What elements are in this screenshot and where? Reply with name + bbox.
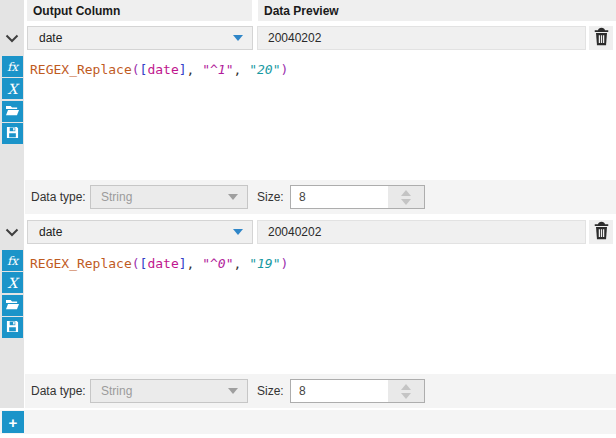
trash-icon xyxy=(593,221,610,243)
size-spinner xyxy=(388,186,424,208)
data-type-dropdown[interactable]: String xyxy=(90,379,248,403)
trash-icon xyxy=(593,27,610,49)
replacement-string: "20" xyxy=(249,62,280,77)
open-folder-icon xyxy=(5,104,20,120)
chevron-down-icon xyxy=(228,388,238,394)
data-type-value: String xyxy=(101,384,132,398)
output-column-dropdown[interactable]: date xyxy=(27,220,253,244)
data-preview-header-label: Data Preview xyxy=(264,4,339,18)
formula-configuration-panel: Output Column Data Preview date 20040202… xyxy=(0,0,616,438)
plus-icon: + xyxy=(9,414,18,431)
open-expression-button[interactable] xyxy=(2,295,23,316)
expression-editor[interactable]: REGEX_Replace([date], "^0", "19") xyxy=(30,255,288,272)
regex-pattern: "^0" xyxy=(202,256,233,271)
fx-icon: fx xyxy=(7,60,18,74)
save-expression-button[interactable] xyxy=(2,317,23,338)
data-type-row: Data type: String Size: xyxy=(25,180,616,214)
function-name: REGEX_Replace xyxy=(30,62,132,77)
size-field-wrap xyxy=(290,185,425,209)
chevron-down-icon xyxy=(5,225,19,240)
variable-x-icon: X xyxy=(8,81,18,97)
add-expression-button[interactable]: + xyxy=(2,411,24,433)
data-type-value: String xyxy=(101,190,132,204)
chevron-down-icon xyxy=(228,194,238,200)
delete-expression-button[interactable] xyxy=(589,220,613,244)
data-type-dropdown[interactable]: String xyxy=(90,185,248,209)
replacement-string: "19" xyxy=(249,256,280,271)
insert-variable-button[interactable]: X xyxy=(2,272,23,293)
footer-bar xyxy=(0,410,616,434)
variable-x-icon: X xyxy=(8,275,18,291)
output-column-header-label: Output Column xyxy=(33,4,120,18)
data-type-row: Data type: String Size: xyxy=(25,374,616,408)
chevron-down-icon xyxy=(233,229,243,235)
size-label: Size: xyxy=(257,180,284,214)
size-input[interactable] xyxy=(291,380,394,402)
spinner-down-icon[interactable] xyxy=(401,199,411,205)
size-field-wrap xyxy=(290,379,425,403)
function-name: REGEX_Replace xyxy=(30,256,132,271)
fx-icon: fx xyxy=(7,254,18,268)
output-column-dropdown[interactable]: date xyxy=(27,26,253,50)
spinner-up-icon[interactable] xyxy=(401,384,411,390)
insert-function-button[interactable]: fx xyxy=(2,56,23,77)
data-preview-cell: 20040202 xyxy=(257,220,586,244)
insert-variable-button[interactable]: X xyxy=(2,78,23,99)
output-column-value: date xyxy=(39,225,62,239)
save-floppy-icon xyxy=(6,320,19,336)
open-folder-icon xyxy=(5,298,20,314)
column-header-output: Output Column xyxy=(27,0,252,21)
field-reference: date xyxy=(147,62,178,77)
size-spinner xyxy=(388,380,424,402)
data-type-label: Data type: xyxy=(31,180,86,214)
field-reference: date xyxy=(147,256,178,271)
open-expression-button[interactable] xyxy=(2,101,23,122)
spinner-up-icon[interactable] xyxy=(401,190,411,196)
save-floppy-icon xyxy=(6,126,19,142)
data-preview-cell: 20040202 xyxy=(257,26,586,50)
data-preview-value: 20040202 xyxy=(268,31,321,45)
chevron-down-icon xyxy=(5,31,19,46)
expression-editor[interactable]: REGEX_Replace([date], "^1", "20") xyxy=(30,61,288,78)
data-type-label: Data type: xyxy=(31,374,86,408)
size-label: Size: xyxy=(257,374,284,408)
save-expression-button[interactable] xyxy=(2,123,23,144)
spinner-down-icon[interactable] xyxy=(401,393,411,399)
collapse-expression-button[interactable] xyxy=(3,31,21,46)
chevron-down-icon xyxy=(233,35,243,41)
size-input[interactable] xyxy=(291,186,394,208)
insert-function-button[interactable]: fx xyxy=(2,250,23,271)
column-header-preview: Data Preview xyxy=(258,0,616,21)
regex-pattern: "^1" xyxy=(202,62,233,77)
delete-expression-button[interactable] xyxy=(589,26,613,50)
output-column-value: date xyxy=(39,31,62,45)
collapse-expression-button[interactable] xyxy=(3,225,21,240)
data-preview-value: 20040202 xyxy=(268,225,321,239)
